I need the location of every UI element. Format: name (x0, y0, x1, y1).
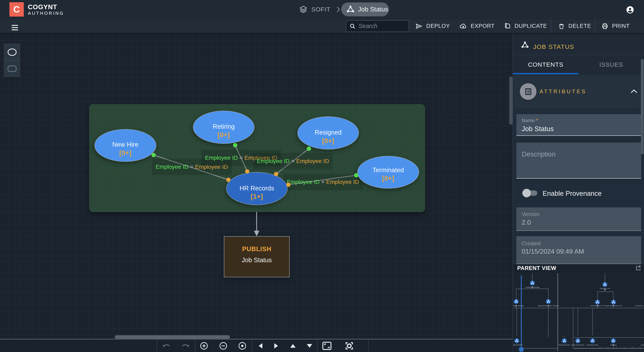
svg-text:Organizational Factors-UIT: Organizational Factors-UIT (605, 305, 622, 307)
svg-text:Restraining Order: Restraining Order (558, 344, 570, 346)
svg-text:ThreatType--UIT: ThreatType--UIT (600, 288, 610, 289)
svg-text:Organizational Factors-Sabotag: Organizational Factors-Sabotage (538, 305, 559, 307)
svg-text:lFactor--Sabotage: lFactor--Sabotage (513, 305, 524, 307)
svg-text:Reco: Reco (641, 344, 644, 346)
svg-text:Individual Fa: Individual Fa (635, 305, 644, 306)
svg-text:Disciplinary Action: Disciplinary Action (587, 344, 598, 346)
svg-text:ThreatType--Sabotage: ThreatType--Sabotage (525, 287, 540, 288)
svg-text:listed Webmail: listed Webmail (513, 344, 522, 346)
svg-text:Individual Factors--UIT: Individual Factors--UIT (590, 305, 605, 306)
svg-text:Wage Garnishments: Wage Garnishments (571, 344, 584, 346)
svg-text:Job Status: Job Status (610, 344, 617, 346)
